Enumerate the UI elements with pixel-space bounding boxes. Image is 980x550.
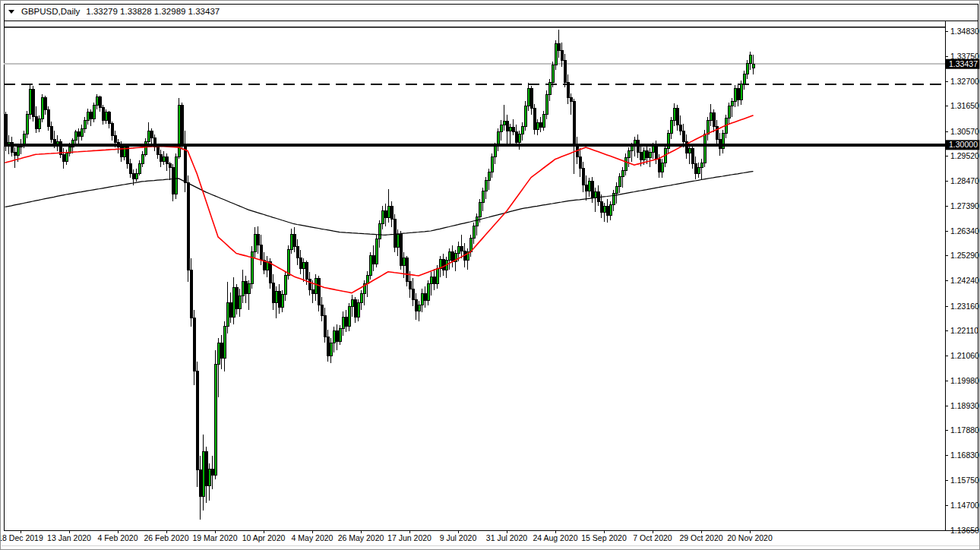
candle	[90, 112, 92, 119]
candle	[111, 124, 113, 136]
candle	[211, 469, 213, 475]
y-axis-label: 1.28470	[950, 176, 979, 185]
candle	[169, 164, 171, 168]
candle	[624, 158, 627, 171]
candle	[609, 205, 612, 216]
candle	[129, 164, 131, 173]
candle	[62, 154, 65, 161]
x-axis-label: 7 Oct 2020	[633, 533, 672, 542]
candle	[485, 180, 487, 191]
candle	[336, 331, 338, 342]
candle	[390, 206, 393, 219]
candle	[542, 115, 545, 128]
candle	[199, 470, 201, 496]
candle	[160, 154, 162, 161]
candle	[700, 163, 703, 167]
x-axis-label: 20 Nov 2020	[727, 533, 773, 542]
candle	[387, 206, 390, 218]
candle	[41, 98, 43, 119]
candle	[573, 101, 575, 146]
candle	[23, 134, 25, 144]
candle	[232, 287, 235, 317]
candle	[597, 192, 599, 201]
y-axis-label: 1.29520	[950, 151, 979, 160]
candle	[618, 177, 621, 186]
candle	[570, 98, 572, 102]
candle	[615, 186, 618, 193]
candle	[473, 226, 475, 239]
candle	[588, 182, 590, 191]
candle	[172, 167, 174, 194]
candle	[682, 131, 684, 141]
candle	[372, 256, 375, 264]
candle	[600, 201, 602, 212]
candle	[360, 293, 362, 302]
x-axis-label: 26 May 2020	[338, 533, 384, 542]
x-axis-label: 9 Jul 2020	[440, 533, 477, 542]
candle	[93, 105, 95, 119]
candle	[658, 159, 660, 172]
candle	[74, 132, 77, 141]
candle	[424, 293, 426, 300]
candle	[488, 172, 490, 180]
candle	[494, 146, 496, 156]
candle	[558, 43, 560, 50]
y-axis-label: 1.24240	[950, 276, 979, 285]
candle	[430, 277, 432, 284]
candle	[506, 122, 508, 131]
candle	[239, 296, 241, 308]
x-axis-label: 19 Mar 2020	[193, 533, 238, 542]
candle	[202, 451, 204, 496]
y-axis-label: 1.17880	[950, 425, 979, 435]
chart-background	[1, 1, 980, 550]
candle	[442, 259, 444, 270]
candle	[400, 235, 402, 265]
candle	[166, 156, 168, 163]
candle	[381, 211, 384, 224]
candle	[749, 55, 751, 64]
candle	[114, 135, 116, 142]
x-axis-label: 15 Sep 2020	[581, 533, 627, 542]
symbol-period-label: GBPUSD,Daily	[21, 7, 80, 16]
candle	[752, 64, 754, 68]
candle	[321, 305, 323, 316]
y-axis-label: 1.26340	[950, 226, 979, 235]
candle	[81, 128, 83, 137]
candle	[397, 235, 399, 248]
y-axis-label: 1.15750	[950, 476, 979, 485]
candle	[628, 151, 630, 158]
candle	[436, 269, 438, 284]
candle	[394, 220, 396, 248]
candle	[308, 280, 311, 290]
candle	[318, 278, 320, 305]
candle	[697, 167, 700, 173]
candle	[409, 282, 411, 289]
y-axis-label: 1.30570	[950, 127, 979, 136]
candle	[345, 317, 347, 326]
y-axis[interactable]: 1.348301.337501.327001.316501.305701.295…	[945, 27, 979, 535]
candle	[327, 337, 329, 356]
candle	[99, 96, 101, 107]
candle	[351, 299, 353, 306]
candle	[208, 469, 210, 485]
candle	[521, 126, 523, 134]
candle	[348, 306, 350, 326]
chart-canvas[interactable]: 1.348301.337501.327001.316501.305701.295…	[1, 1, 980, 550]
candle	[175, 156, 177, 194]
candle	[87, 112, 89, 120]
candle	[84, 120, 86, 128]
candle	[731, 101, 733, 106]
candle	[375, 239, 378, 264]
candle	[147, 131, 150, 141]
y-axis-label: 1.25290	[950, 251, 979, 260]
candle	[561, 51, 563, 60]
candle	[266, 261, 268, 270]
candle	[548, 83, 551, 95]
candle	[105, 112, 107, 120]
candle	[524, 106, 526, 126]
candle	[418, 305, 420, 311]
candle	[275, 291, 277, 303]
x-axis-label: 18 Dec 2019	[1, 533, 43, 542]
candle	[518, 134, 520, 143]
candle	[673, 109, 675, 121]
